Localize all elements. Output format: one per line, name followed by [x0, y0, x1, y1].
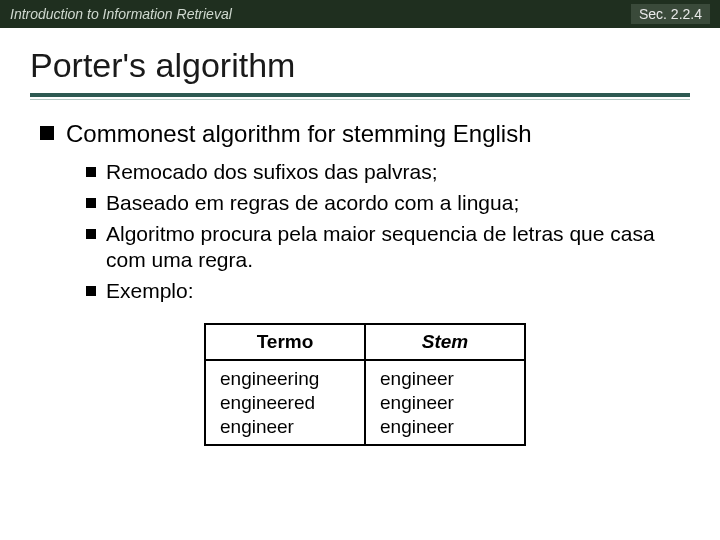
- slide: Introduction to Information Retrieval Se…: [0, 0, 720, 540]
- bullet-text: Remocado dos sufixos das palvras;: [106, 159, 438, 186]
- bullet-level2: Exemplo:: [86, 278, 690, 305]
- bullet-level1: Commonest algorithm for stemming English: [40, 120, 690, 149]
- table-header-stem: Stem: [365, 324, 525, 360]
- bullet-text: Commonest algorithm for stemming English: [66, 120, 532, 149]
- bullet-text: Baseado em regras de acordo com a lingua…: [106, 190, 519, 217]
- section-label: Sec. 2.2.4: [631, 4, 710, 24]
- title-area: Porter's algorithm: [0, 28, 720, 106]
- slide-title: Porter's algorithm: [30, 46, 690, 85]
- table-header-row: Termo Stem: [205, 324, 525, 360]
- sub-bullets: Remocado dos sufixos das palvras; Basead…: [40, 159, 690, 305]
- content-area: Commonest algorithm for stemming English…: [0, 106, 720, 446]
- square-bullet-icon: [40, 126, 54, 140]
- table-cell-stem: engineerengineerengineer: [365, 360, 525, 445]
- example-table: Termo Stem engineeringengineeredengineer…: [204, 323, 526, 446]
- square-bullet-icon: [86, 167, 96, 177]
- example-table-wrap: Termo Stem engineeringengineeredengineer…: [40, 323, 690, 446]
- bullet-level2: Baseado em regras de acordo com a lingua…: [86, 190, 690, 217]
- square-bullet-icon: [86, 229, 96, 239]
- table-cell-termo: engineeringengineeredengineer: [205, 360, 365, 445]
- title-rule-thick: [30, 93, 690, 97]
- table-row: engineeringengineeredengineer engineeren…: [205, 360, 525, 445]
- title-rule-thin: [30, 99, 690, 100]
- bullet-level2: Algoritmo procura pela maior sequencia d…: [86, 221, 690, 275]
- course-title: Introduction to Information Retrieval: [10, 6, 232, 22]
- square-bullet-icon: [86, 286, 96, 296]
- top-bar: Introduction to Information Retrieval Se…: [0, 0, 720, 28]
- square-bullet-icon: [86, 198, 96, 208]
- bullet-text: Exemplo:: [106, 278, 194, 305]
- table-header-termo: Termo: [205, 324, 365, 360]
- bullet-level2: Remocado dos sufixos das palvras;: [86, 159, 690, 186]
- bullet-text: Algoritmo procura pela maior sequencia d…: [106, 221, 690, 275]
